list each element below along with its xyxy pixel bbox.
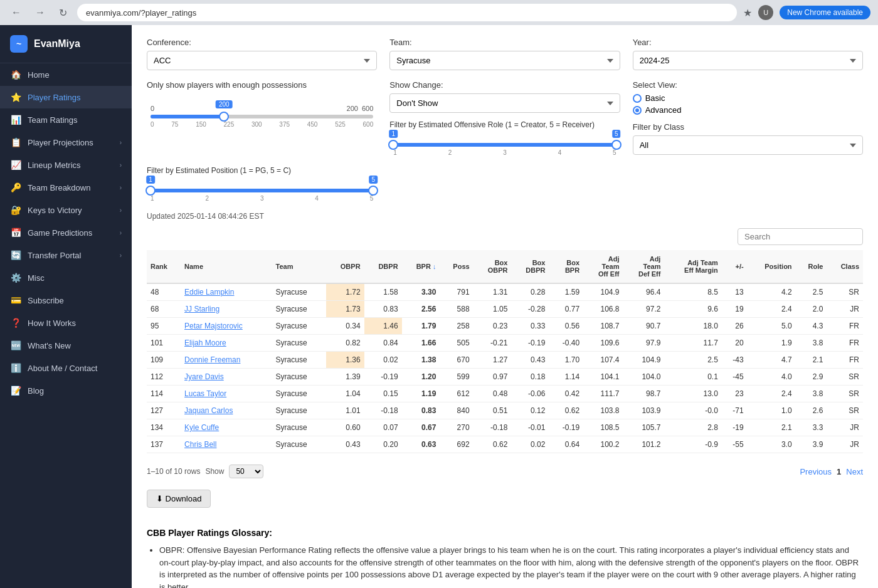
search-row <box>147 228 863 245</box>
poss-slider-thumb[interactable]: 200 <box>219 112 229 122</box>
cell-role: 3.8 <box>796 335 827 352</box>
cell-position: 2.4 <box>748 386 796 402</box>
conference-select[interactable]: ACCBig TenBig 12SEC <box>147 51 377 70</box>
cell-adj-off: 109.6 <box>583 335 623 352</box>
previous-button[interactable]: Previous <box>800 467 832 476</box>
conference-label: Conference: <box>147 38 377 47</box>
filters-row: Conference: ACCBig TenBig 12SEC Team: Sy… <box>147 38 863 70</box>
cell-obpr: 1.01 <box>326 402 364 419</box>
sidebar-item-team-ratings[interactable]: 📊 Team Ratings <box>0 108 132 131</box>
chevron-icon-lineup-metrics: › <box>120 162 122 169</box>
sidebar-item-home[interactable]: 🏠 Home <box>0 63 132 86</box>
show-change-select[interactable]: Don't ShowShow Change <box>389 93 620 113</box>
cell-bpr: 3.30 <box>402 283 440 301</box>
select-view-section: Select View: Basic Advanced <box>633 80 863 115</box>
next-button[interactable]: Next <box>846 467 863 476</box>
search-input[interactable] <box>738 228 863 245</box>
sidebar-item-how-it-works[interactable]: ❓ How It Works <box>0 312 132 334</box>
sidebar-icon-blog: 📝 <box>10 386 21 396</box>
sidebar-label-home: Home <box>28 70 50 80</box>
sidebar-logo: ~ EvanMiya <box>0 25 132 63</box>
sidebar-item-player-projections[interactable]: 📋 Player Projections › <box>0 131 132 154</box>
cell-box-obpr: 1.05 <box>473 301 512 318</box>
sidebar-item-keys-to-victory[interactable]: 🔐 Keys to Victory › <box>0 199 132 221</box>
cell-poss: 791 <box>440 283 473 301</box>
th-dbpr: DBPR <box>364 250 402 283</box>
cell-adj-margin: 9.6 <box>664 301 721 318</box>
user-avatar[interactable]: U <box>758 5 773 20</box>
sidebar-item-misc[interactable]: ⚙️ Misc <box>0 266 132 289</box>
th-obpr: OBPR <box>326 250 364 283</box>
sidebar-icon-subscribe: 💳 <box>10 295 21 305</box>
class-filter-select[interactable]: AllFRSOJRSR <box>633 135 863 155</box>
cell-box-bpr: 0.62 <box>549 402 583 419</box>
sidebar-item-about[interactable]: ℹ️ About Me / Contact <box>0 357 132 379</box>
cell-class: SR <box>827 386 863 402</box>
sidebar-icon-game-predictions: 📅 <box>10 228 21 238</box>
sidebar-item-game-predictions[interactable]: 📅 Game Predictions › <box>0 221 132 244</box>
advanced-label: Advanced <box>645 105 682 115</box>
cell-obpr: 0.82 <box>326 335 364 352</box>
forward-button[interactable]: → <box>31 6 49 19</box>
sidebar-item-team-breakdown[interactable]: 🔑 Team Breakdown › <box>0 176 132 199</box>
basic-radio[interactable]: Basic <box>633 93 863 103</box>
select-view-label: Select View: <box>633 80 863 90</box>
glossary-item: OBPR: Offensive Bayesian Performance Rat… <box>159 544 863 588</box>
sidebar-label-team-breakdown: Team Breakdown <box>28 183 90 192</box>
chrome-update-button[interactable]: New Chrome available <box>780 6 870 19</box>
cell-box-dbpr: -0.01 <box>511 419 549 436</box>
sidebar-icon-whats-new: 🆕 <box>10 340 21 350</box>
bookmark-icon[interactable]: ★ <box>743 7 752 19</box>
position-min-thumb[interactable]: 1 <box>145 186 156 196</box>
cell-role: 3.8 <box>796 386 827 402</box>
cell-role: 2.9 <box>796 369 827 386</box>
cell-team: Syracuse <box>272 283 326 301</box>
th-name: Name <box>181 250 272 283</box>
position-max-thumb[interactable]: 5 <box>368 186 378 196</box>
role-min-thumb[interactable]: 1 <box>388 140 398 150</box>
url-bar[interactable] <box>77 4 737 21</box>
cell-adj-margin: 11.7 <box>664 335 721 352</box>
year-select[interactable]: 2024-252023-242022-23 <box>633 51 863 70</box>
cell-role: 2.5 <box>796 283 827 301</box>
th-bpr[interactable]: BPR ↓ <box>402 250 440 283</box>
back-button[interactable]: ← <box>8 6 25 19</box>
sidebar-item-player-ratings[interactable]: ⭐ Player Ratings <box>0 86 132 108</box>
th-box-obpr: BoxOBPR <box>473 250 512 283</box>
cell-bpr: 1.20 <box>402 369 440 386</box>
show-rows-select[interactable]: 102550100 <box>229 465 263 478</box>
possessions-slider-section: Only show players with enough possession… <box>147 80 377 156</box>
cell-bpr: 0.67 <box>402 419 440 436</box>
role-max-thumb[interactable]: 5 <box>611 140 621 150</box>
sidebar-item-whats-new[interactable]: 🆕 What's New <box>0 334 132 357</box>
reload-button[interactable]: ↻ <box>55 6 71 20</box>
sidebar-item-transfer-portal[interactable]: 🔄 Transfer Portal › <box>0 244 132 266</box>
cell-name: JJ Starling <box>181 301 272 318</box>
sidebar-item-subscribe[interactable]: 💳 Subscribe <box>0 289 132 312</box>
cell-team: Syracuse <box>272 335 326 352</box>
cell-rank: 101 <box>147 335 181 352</box>
poss-val-label: 200 <box>347 105 358 112</box>
view-radio-group: Basic Advanced <box>633 93 863 115</box>
cell-plus-minus: 26 <box>722 318 748 335</box>
cell-poss: 692 <box>440 436 473 453</box>
advanced-radio[interactable]: Advanced <box>633 105 863 115</box>
cell-obpr: 1.39 <box>326 369 364 386</box>
cell-dbpr: 0.02 <box>364 352 402 369</box>
sidebar-item-blog[interactable]: 📝 Blog <box>0 379 132 402</box>
cell-poss: 258 <box>440 318 473 335</box>
sidebar-icon-player-ratings: ⭐ <box>10 92 21 102</box>
cell-box-bpr: -0.19 <box>549 419 583 436</box>
cell-role: 2.1 <box>796 352 827 369</box>
cell-box-obpr: 0.51 <box>473 402 512 419</box>
download-button[interactable]: ⬇ Download <box>147 490 211 508</box>
sidebar-icon-about: ℹ️ <box>10 363 21 373</box>
sidebar-item-lineup-metrics[interactable]: 📈 Lineup Metrics › <box>0 154 132 176</box>
cell-team: Syracuse <box>272 301 326 318</box>
sidebar-label-player-ratings: Player Ratings <box>28 93 81 102</box>
cell-adj-margin: 2.8 <box>664 419 721 436</box>
team-select[interactable]: SyracuseDukeNorth Carolina <box>389 51 620 70</box>
cell-poss: 612 <box>440 386 473 402</box>
cell-adj-def: 98.7 <box>623 386 665 402</box>
table-row: 127 Jaquan Carlos Syracuse 1.01 -0.18 0.… <box>147 402 863 419</box>
